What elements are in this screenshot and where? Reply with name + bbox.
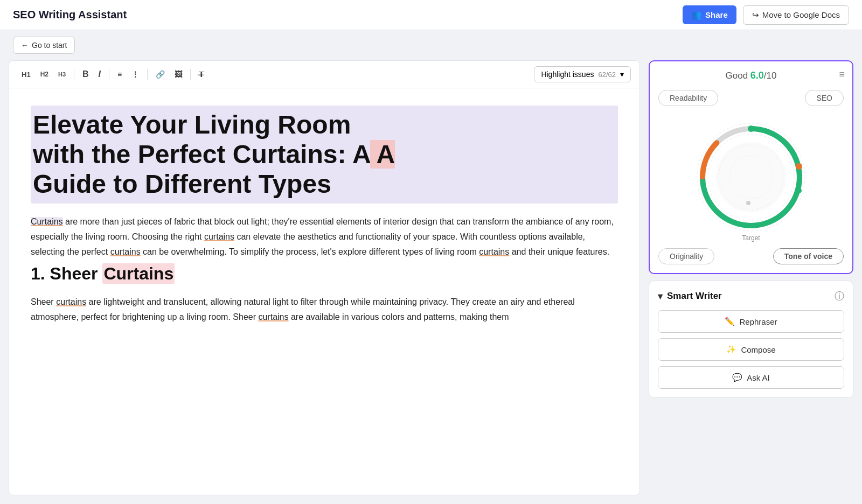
curtains-keyword-2: curtains <box>204 232 234 241</box>
ask-ai-icon: 💬 <box>732 373 742 382</box>
ordered-list-icon: ≡ <box>117 70 122 79</box>
compose-icon: ✨ <box>726 345 736 354</box>
sub-header: ← Go to start <box>0 30 862 60</box>
svg-point-9 <box>796 188 802 193</box>
image-button[interactable]: 🖼 <box>171 68 186 81</box>
toolbar-divider-2 <box>109 69 109 80</box>
tone-of-voice-tab[interactable]: Tone of voice <box>773 248 844 264</box>
chevron-down-icon: ▾ <box>620 70 624 79</box>
compose-button[interactable]: ✨ Compose <box>658 338 844 361</box>
go-to-start-button[interactable]: ← Go to start <box>13 37 75 54</box>
header-actions: 👥 Share ↪ Move to Google Docs <box>683 5 849 25</box>
toolbar-divider-4 <box>190 69 191 80</box>
right-sidebar: ≡ Good 6.0/10 Readability SEO <box>649 60 853 495</box>
curtains-keyword-5: curtains <box>56 297 86 306</box>
score-title: Good 6.0/10 <box>658 70 844 81</box>
rephraser-button[interactable]: ✏️ Rephraser <box>658 310 844 333</box>
score-bottom-tabs: Originality Tone of voice <box>658 248 844 264</box>
arrow-left-icon: ← <box>21 41 29 50</box>
curtains-keyword-4: curtains <box>479 247 509 256</box>
title-line3: Guide to Different Types <box>33 169 616 199</box>
target-label: Target <box>742 234 760 242</box>
article-paragraph-1: Curtains are more than just pieces of fa… <box>31 214 618 260</box>
app-title: SEO Writing Assistant <box>13 9 127 21</box>
score-card: ≡ Good 6.0/10 Readability SEO <box>649 60 853 274</box>
main-layout: H1 H2 H3 B I ≡ ⋮ 🔗 🖼 T̶ <box>0 60 862 504</box>
section-1-heading: 1. Sheer Curtains <box>31 264 618 284</box>
svg-point-8 <box>796 163 802 170</box>
clear-format-icon: T̶ <box>199 70 204 79</box>
h3-button[interactable]: H3 <box>54 69 69 80</box>
readability-tab[interactable]: Readability <box>658 90 718 106</box>
ordered-list-button[interactable]: ≡ <box>114 68 126 81</box>
chevron-down-icon: ▾ <box>658 291 663 302</box>
smart-writer-title: ▾ Smart Writer <box>658 291 722 302</box>
seo-tab[interactable]: SEO <box>805 90 844 106</box>
radial-chart-svg <box>686 113 816 242</box>
smart-writer-header: ▾ Smart Writer ⓘ <box>658 290 844 303</box>
unordered-list-icon: ⋮ <box>131 70 139 79</box>
ask-ai-button[interactable]: 💬 Ask AI <box>658 366 844 389</box>
header: SEO Writing Assistant 👥 Share ↪ Move to … <box>0 0 862 30</box>
h2-button[interactable]: H2 <box>37 68 52 80</box>
share-icon: 👥 <box>691 10 702 20</box>
toolbar-divider-3 <box>147 69 148 80</box>
score-top-tabs: Readability SEO <box>658 90 844 106</box>
toolbar-divider-1 <box>74 69 74 80</box>
rephraser-icon: ✏️ <box>725 317 735 326</box>
bold-button[interactable]: B <box>79 67 93 81</box>
image-icon: 🖼 <box>175 70 182 79</box>
score-chart: Target <box>686 113 816 242</box>
share-button[interactable]: 👥 Share <box>683 5 736 24</box>
score-card-menu-icon[interactable]: ≡ <box>839 69 845 80</box>
highlight-dropdown[interactable]: Highlight issues 62/62 ▾ <box>534 66 631 82</box>
curtains-keyword-6: curtains <box>258 312 288 321</box>
google-docs-icon: ↪ <box>752 10 759 20</box>
title-line1: Elevate Your Living Room <box>33 110 616 139</box>
h1-button[interactable]: H1 <box>18 68 34 81</box>
link-button[interactable]: 🔗 <box>152 68 169 81</box>
svg-point-11 <box>716 142 786 212</box>
italic-button[interactable]: I <box>95 67 105 81</box>
article-title: Elevate Your Living Room with the Perfec… <box>31 106 618 204</box>
score-max: /10 <box>764 71 777 81</box>
editor-panel: H1 H2 H3 B I ≡ ⋮ 🔗 🖼 T̶ <box>9 60 640 495</box>
score-value: 6.0 <box>750 70 764 81</box>
smart-writer-card: ▾ Smart Writer ⓘ ✏️ Rephraser ✨ Compose … <box>649 281 853 398</box>
unordered-list-button[interactable]: ⋮ <box>128 68 143 81</box>
link-icon: 🔗 <box>156 70 165 79</box>
editor-content[interactable]: Elevate Your Living Room with the Perfec… <box>9 88 639 495</box>
editor-toolbar: H1 H2 H3 B I ≡ ⋮ 🔗 🖼 T̶ <box>9 61 639 88</box>
svg-point-7 <box>748 125 754 132</box>
curtains-keyword-1: Curtains <box>31 217 63 226</box>
title-line2: with the Perfect Curtains: A A <box>33 139 616 169</box>
article-paragraph-2: Sheer curtains are lightweight and trans… <box>31 295 618 325</box>
info-icon[interactable]: ⓘ <box>835 290 844 303</box>
originality-tab[interactable]: Originality <box>658 248 714 264</box>
clear-format-button[interactable]: T̶ <box>195 68 208 81</box>
curtains-keyword-3: curtains <box>110 247 141 256</box>
google-docs-button[interactable]: ↪ Move to Google Docs <box>743 5 849 25</box>
